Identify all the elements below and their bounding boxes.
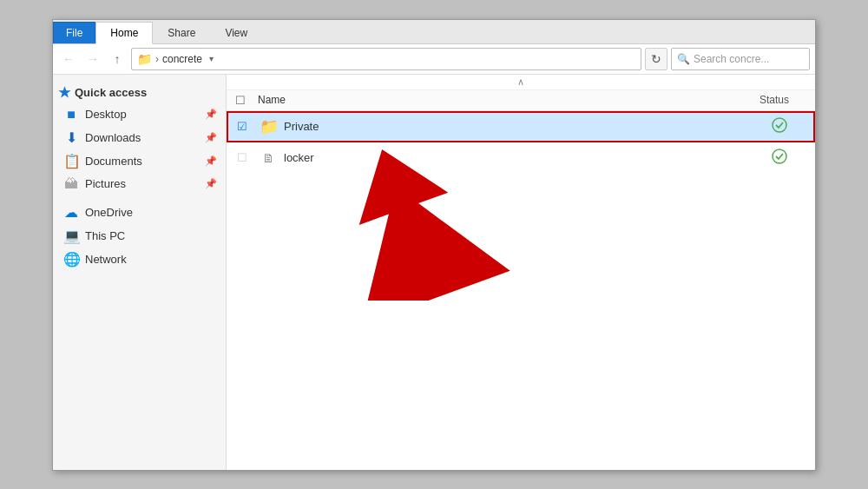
file-explorer-window: File Home Share View ← → ↑ 📁 › concrete … xyxy=(52,19,816,471)
sidebar-downloads-label: Downloads xyxy=(85,131,141,144)
svg-point-1 xyxy=(773,149,786,163)
network-icon: 🌐 xyxy=(63,251,79,268)
column-headers: ☐ Name Status xyxy=(227,90,815,111)
main-area: ★ Quick access ■ Desktop 📌 ⬇ Downloads 📌… xyxy=(53,75,815,470)
sidebar-item-onedrive[interactable]: ☁ OneDrive xyxy=(53,201,226,224)
sidebar-thispc-label: This PC xyxy=(85,229,125,242)
private-check-circle-icon xyxy=(772,117,787,133)
documents-icon: 📋 xyxy=(63,153,79,169)
tab-file[interactable]: File xyxy=(53,22,95,43)
address-dropdown-chevron[interactable]: ▾ xyxy=(209,54,214,63)
quick-access-label: Quick access xyxy=(75,86,147,99)
file-area: ∧ ☐ Name Status ☑ 📁 Private xyxy=(227,75,815,470)
documents-pin-icon: 📌 xyxy=(205,155,217,167)
path-folder-icon: 📁 xyxy=(137,52,152,66)
sidebar-documents-label: Documents xyxy=(85,155,142,168)
up-button[interactable]: ↑ xyxy=(107,49,128,69)
downloads-icon: ⬇ xyxy=(63,129,79,146)
sort-chevron-icon: ∧ xyxy=(517,76,524,88)
search-icon: 🔍 xyxy=(677,53,690,65)
tab-view[interactable]: View xyxy=(210,22,262,43)
private-folder-icon: 📁 xyxy=(260,117,277,136)
search-box[interactable]: 🔍 Search concre... xyxy=(671,48,810,70)
sort-bar: ∧ xyxy=(227,75,815,90)
locker-file-icon: 🗎 xyxy=(260,151,277,165)
quick-access-star-icon: ★ xyxy=(58,84,70,101)
private-file-name: Private xyxy=(284,120,735,133)
tab-share[interactable]: Share xyxy=(153,22,210,43)
thispc-icon: 💻 xyxy=(63,228,79,244)
forward-button[interactable]: → xyxy=(82,49,103,69)
desktop-pin-icon: 📌 xyxy=(205,109,217,120)
sidebar-desktop-label: Desktop xyxy=(85,108,127,121)
col-status-header: Status xyxy=(737,94,806,106)
address-bar: ← → ↑ 📁 › concrete ▾ ↻ 🔍 Search concre..… xyxy=(53,44,815,75)
locker-file-name: locker xyxy=(284,151,735,164)
sidebar-item-thispc[interactable]: 💻 This PC xyxy=(53,224,226,248)
header-checkbox[interactable]: ☐ xyxy=(235,94,253,107)
locker-checkbox[interactable]: ☐ xyxy=(237,151,254,164)
sidebar-item-network[interactable]: 🌐 Network xyxy=(53,248,226,271)
sidebar-quick-access[interactable]: ★ Quick access xyxy=(53,80,226,103)
onedrive-icon: ☁ xyxy=(63,204,79,221)
pictures-icon: 🏔 xyxy=(63,176,79,192)
locker-status-icon xyxy=(735,149,805,168)
sidebar-item-pictures[interactable]: 🏔 Pictures 📌 xyxy=(53,173,226,195)
sidebar-item-downloads[interactable]: ⬇ Downloads 📌 xyxy=(53,126,226,149)
back-button[interactable]: ← xyxy=(58,49,79,69)
sidebar-pictures-label: Pictures xyxy=(85,177,126,190)
address-path[interactable]: 📁 › concrete ▾ xyxy=(131,48,641,70)
svg-point-0 xyxy=(773,118,786,132)
pictures-pin-icon: 📌 xyxy=(205,178,217,189)
sidebar-onedrive-label: OneDrive xyxy=(85,206,133,219)
sidebar-item-documents[interactable]: 📋 Documents 📌 xyxy=(53,149,226,173)
col-name-header: Name xyxy=(258,94,737,106)
private-checkbox[interactable]: ☑ xyxy=(237,120,254,133)
header-check-icon: ☐ xyxy=(235,94,246,107)
search-placeholder-text: Search concre... xyxy=(694,53,769,65)
tab-home[interactable]: Home xyxy=(95,22,153,44)
file-area-wrapper: ∧ ☐ Name Status ☑ 📁 Private xyxy=(227,75,815,470)
sidebar-item-desktop[interactable]: ■ Desktop 📌 xyxy=(53,103,226,126)
sidebar: ★ Quick access ■ Desktop 📌 ⬇ Downloads 📌… xyxy=(53,75,227,470)
desktop-icon: ■ xyxy=(63,107,79,122)
sidebar-network-label: Network xyxy=(85,253,127,266)
file-row-private[interactable]: ☑ 📁 Private xyxy=(227,111,815,142)
private-status-icon xyxy=(735,117,805,136)
refresh-button[interactable]: ↻ xyxy=(645,48,667,70)
file-row-locker[interactable]: ☐ 🗎 locker xyxy=(227,142,815,174)
path-separator: › xyxy=(155,53,159,65)
ribbon-tabs: File Home Share View xyxy=(53,20,815,44)
locker-check-circle-icon xyxy=(772,149,787,164)
path-current-folder: concrete xyxy=(162,53,202,65)
downloads-pin-icon: 📌 xyxy=(205,132,217,143)
